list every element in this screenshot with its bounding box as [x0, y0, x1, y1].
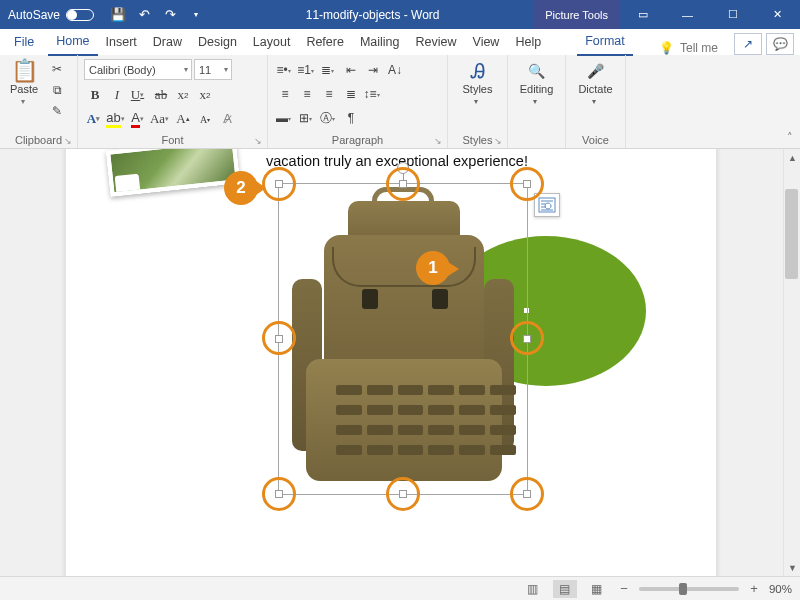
zoom-in-button[interactable]: +: [747, 581, 761, 596]
italic-button[interactable]: I: [106, 84, 128, 106]
font-dialog-launcher[interactable]: ↘: [253, 136, 263, 146]
web-layout-icon: ▦: [591, 582, 602, 596]
tab-insert[interactable]: Insert: [98, 30, 145, 55]
bullets-button[interactable]: ≡•▾: [274, 59, 296, 81]
shading-button[interactable]: ▬▾: [274, 107, 296, 129]
copy-icon: ⧉: [53, 83, 62, 97]
find-icon: 🔍: [527, 61, 547, 81]
maximize-button[interactable]: ☐: [710, 0, 755, 29]
callout-ring: [262, 167, 296, 201]
chevron-down-icon: ▾: [224, 65, 231, 74]
text-effects-button[interactable]: A▾: [84, 108, 106, 130]
share-button[interactable]: ↗: [734, 33, 762, 55]
editing-button[interactable]: 🔍 Editing ▾: [514, 59, 560, 108]
callout-ring: [262, 477, 296, 511]
superscript-button[interactable]: x2: [194, 84, 216, 106]
ribbon: 📋 Paste ▾ ✂ ⧉ ✎ Clipboard↘ Calibri (Body…: [0, 55, 800, 149]
print-layout-button[interactable]: ▤: [553, 580, 577, 598]
collapse-ribbon-button[interactable]: ˄: [780, 55, 800, 148]
tab-format[interactable]: Format: [577, 29, 633, 56]
strikethrough-button[interactable]: ab: [150, 84, 172, 106]
justify-button[interactable]: ≣: [340, 83, 362, 105]
numbering-button[interactable]: ≡1▾: [296, 59, 318, 81]
clipboard-dialog-launcher[interactable]: ↘: [63, 136, 73, 146]
ribbon-display-options-icon[interactable]: ▭: [620, 0, 665, 29]
font-color-button[interactable]: A▾: [128, 108, 150, 130]
autosave-control[interactable]: AutoSave: [0, 8, 102, 22]
close-button[interactable]: ✕: [755, 0, 800, 29]
increase-indent-button[interactable]: ⇥: [362, 59, 384, 81]
paste-button[interactable]: 📋 Paste ▾: [6, 59, 42, 108]
format-painter-button[interactable]: ✎: [46, 101, 68, 121]
minimize-button[interactable]: —: [665, 0, 710, 29]
highlight-button[interactable]: ab▾: [106, 108, 128, 130]
cut-button[interactable]: ✂: [46, 59, 68, 79]
line-spacing-button[interactable]: ↕≡▾: [362, 83, 384, 105]
scroll-down-button[interactable]: ▼: [784, 559, 800, 576]
vertical-scrollbar[interactable]: ▲ ▼: [783, 149, 800, 576]
photo-image[interactable]: [106, 149, 240, 197]
styles-dialog-launcher[interactable]: ↘: [493, 136, 503, 146]
align-center-button[interactable]: ≡: [296, 83, 318, 105]
qat-customize-icon[interactable]: ▾: [184, 3, 208, 27]
clipboard-group-label: Clipboard: [15, 134, 62, 146]
align-left-button[interactable]: ≡: [274, 83, 296, 105]
decrease-indent-button[interactable]: ⇤: [340, 59, 362, 81]
grow-font-button[interactable]: A▴: [172, 108, 194, 130]
underline-button[interactable]: U▾: [128, 84, 150, 106]
undo-icon[interactable]: ↶: [132, 3, 156, 27]
zoom-slider[interactable]: [639, 587, 739, 591]
tab-review[interactable]: Review: [408, 30, 465, 55]
paste-label: Paste: [10, 83, 38, 95]
share-area: ↗ 💬: [728, 33, 800, 55]
brush-icon: ✎: [52, 104, 62, 118]
paragraph-dialog-launcher[interactable]: ↘: [433, 136, 443, 146]
document-page[interactable]: vacation truly an exceptional experience…: [66, 149, 716, 576]
save-icon[interactable]: 💾: [106, 3, 130, 27]
read-mode-button[interactable]: ▥: [521, 580, 545, 598]
font-size-select[interactable]: 11▾: [194, 59, 232, 80]
callout-ring: [262, 321, 296, 355]
font-name-select[interactable]: Calibri (Body)▾: [84, 59, 192, 80]
dictate-button[interactable]: 🎤 Dictate ▾: [572, 59, 618, 108]
sort-button[interactable]: A↓: [384, 59, 406, 81]
multilevel-list-button[interactable]: ≣▾: [318, 59, 340, 81]
print-layout-icon: ▤: [559, 582, 570, 596]
callout-ring: [510, 477, 544, 511]
tab-references[interactable]: Refere: [298, 30, 352, 55]
asian-layout-button[interactable]: Ⓐ▾: [318, 107, 340, 129]
clear-formatting-button[interactable]: A̷: [216, 108, 238, 130]
tab-view[interactable]: View: [465, 30, 508, 55]
shrink-font-button[interactable]: A▾: [194, 108, 216, 130]
comments-button[interactable]: 💬: [766, 33, 794, 55]
callout-ring: [386, 477, 420, 511]
show-hide-button[interactable]: ¶: [340, 107, 362, 129]
tab-home[interactable]: Home: [48, 29, 97, 56]
tab-design[interactable]: Design: [190, 30, 245, 55]
zoom-level[interactable]: 90%: [769, 583, 792, 595]
copy-button[interactable]: ⧉: [46, 80, 68, 100]
tab-draw[interactable]: Draw: [145, 30, 190, 55]
change-case-button[interactable]: Aa▾: [150, 108, 172, 130]
scroll-up-button[interactable]: ▲: [784, 149, 800, 166]
align-right-button[interactable]: ≡: [318, 83, 340, 105]
tab-layout[interactable]: Layout: [245, 30, 299, 55]
redo-icon[interactable]: ↷: [158, 3, 182, 27]
styles-group-label: Styles: [463, 134, 493, 146]
subscript-button[interactable]: x2: [172, 84, 194, 106]
document-title: 11-modify-objects - Word: [212, 8, 533, 22]
borders-button[interactable]: ⊞▾: [296, 107, 318, 129]
web-layout-button[interactable]: ▦: [585, 580, 609, 598]
tab-file[interactable]: File: [0, 30, 48, 55]
zoom-out-button[interactable]: −: [617, 581, 631, 596]
tab-mailings[interactable]: Mailing: [352, 30, 408, 55]
comment-icon: 💬: [773, 37, 788, 51]
tab-help[interactable]: Help: [507, 30, 549, 55]
styles-button[interactable]: Ꭿ Styles ▾: [457, 59, 499, 108]
chevron-down-icon: ▾: [474, 97, 481, 106]
autosave-toggle-icon[interactable]: [66, 9, 94, 21]
styles-label: Styles: [463, 83, 493, 95]
bold-button[interactable]: B: [84, 84, 106, 106]
scroll-thumb[interactable]: [785, 189, 798, 279]
tell-me-search[interactable]: 💡 Tell me: [649, 41, 728, 55]
